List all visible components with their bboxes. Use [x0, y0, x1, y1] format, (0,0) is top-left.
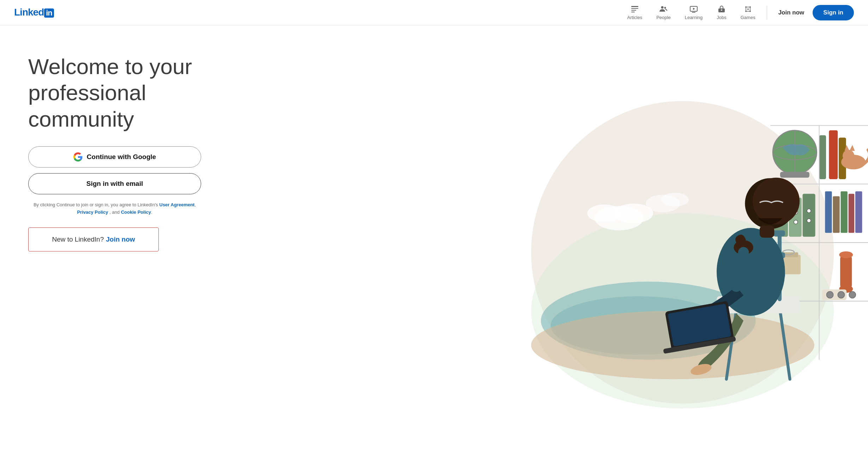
svg-point-52 [794, 220, 798, 224]
svg-point-4 [661, 6, 664, 9]
learning-icon [689, 5, 698, 13]
svg-rect-2 [631, 10, 636, 11]
nav-label-games: Games [741, 15, 755, 20]
games-icon [744, 5, 752, 13]
nav-divider [767, 6, 767, 20]
nav-item-learning[interactable]: Learning [679, 2, 709, 23]
svg-marker-40 [849, 145, 855, 151]
svg-rect-8 [692, 12, 695, 13]
svg-marker-7 [693, 8, 695, 10]
svg-rect-85 [760, 225, 774, 238]
logo-linked: Linked [14, 7, 44, 18]
logo-in: in [44, 8, 54, 18]
svg-point-13 [749, 6, 751, 8]
svg-point-12 [745, 6, 747, 8]
svg-point-67 [826, 291, 833, 298]
svg-rect-33 [780, 172, 809, 178]
nav: Articles People [622, 2, 854, 23]
svg-point-14 [745, 11, 747, 12]
join-now-button[interactable]: Join now [773, 6, 810, 20]
join-now-box[interactable]: New to LinkedIn? Join now [28, 227, 159, 251]
svg-rect-10 [721, 10, 722, 11]
svg-rect-0 [631, 6, 638, 7]
svg-rect-34 [829, 130, 838, 179]
google-btn-label: Continue with Google [87, 153, 156, 161]
svg-rect-48 [803, 194, 815, 237]
svg-point-54 [807, 219, 811, 223]
nav-label-people: People [656, 15, 670, 20]
svg-point-68 [838, 291, 844, 298]
logo-text: Linkedin [14, 7, 54, 18]
nav-item-jobs[interactable]: Jobs [711, 2, 732, 23]
continue-with-google-button[interactable]: Continue with Google [28, 146, 201, 168]
svg-rect-59 [855, 191, 862, 233]
svg-point-29 [662, 193, 689, 207]
nav-label-articles: Articles [627, 15, 643, 20]
email-btn-label: Sign in with email [86, 180, 143, 188]
svg-rect-64 [840, 255, 852, 289]
user-agreement-link[interactable]: User Agreement [159, 202, 195, 207]
svg-rect-56 [833, 196, 839, 233]
main-content: Welcome to your professional community C… [0, 25, 868, 450]
nav-label-jobs: Jobs [717, 15, 726, 20]
legal-prefix: By clicking Continue to join or sign in,… [34, 202, 158, 207]
nav-item-articles[interactable]: Articles [622, 2, 648, 23]
legal-text: By clicking Continue to join or sign in,… [28, 201, 201, 216]
svg-point-27 [587, 205, 621, 222]
svg-rect-58 [849, 194, 855, 233]
svg-rect-1 [631, 8, 638, 9]
nav-item-games[interactable]: Games [735, 2, 761, 23]
nav-label-learning: Learning [685, 15, 703, 20]
svg-point-65 [839, 251, 853, 258]
svg-point-69 [849, 291, 856, 298]
svg-point-11 [747, 8, 749, 10]
svg-point-5 [664, 7, 666, 9]
new-to-label: New to LinkedIn? [52, 236, 104, 243]
svg-rect-3 [631, 12, 635, 12]
right-illustration [477, 25, 868, 450]
logo[interactable]: Linkedin [14, 7, 54, 18]
svg-point-38 [843, 150, 854, 162]
google-g-icon [73, 152, 83, 162]
privacy-policy-link[interactable]: Privacy Policy [77, 209, 108, 215]
cookie-policy-link[interactable]: Cookie Policy [121, 209, 151, 215]
hero-illustration [477, 25, 868, 450]
articles-icon [631, 5, 639, 13]
svg-rect-55 [825, 191, 832, 233]
join-now-link[interactable]: Join now [106, 236, 135, 243]
svg-rect-36 [819, 135, 826, 179]
sign-in-email-button[interactable]: Sign in with email [28, 173, 201, 194]
people-icon [659, 5, 668, 13]
nav-item-people[interactable]: People [651, 2, 676, 23]
jobs-icon [717, 5, 726, 13]
svg-point-15 [749, 11, 751, 12]
header: Linkedin Articles [0, 0, 868, 25]
svg-point-53 [807, 209, 811, 213]
headline: Welcome to your professional community [28, 54, 212, 132]
svg-rect-57 [841, 191, 848, 233]
left-section: Welcome to your professional community C… [0, 25, 477, 450]
sign-in-button[interactable]: Sign in [813, 5, 854, 20]
